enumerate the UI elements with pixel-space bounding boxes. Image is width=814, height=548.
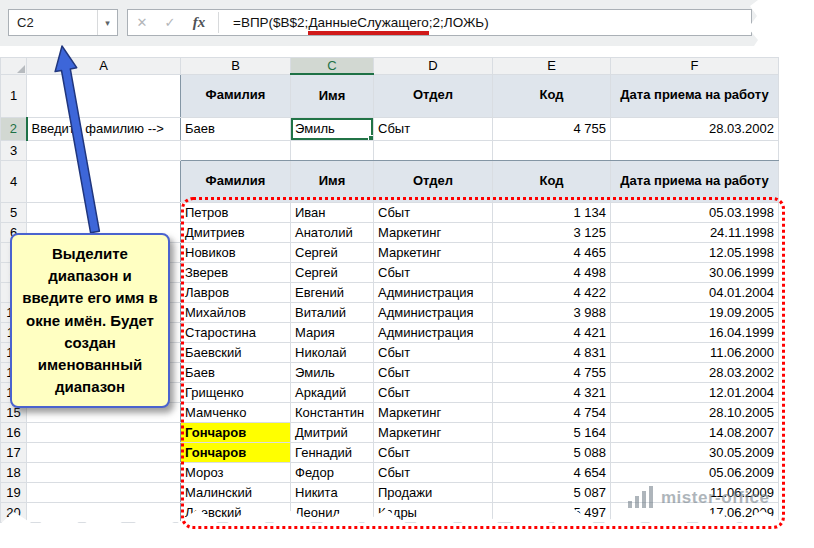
column-header-C[interactable]: C <box>291 58 374 75</box>
cell-E5[interactable]: 1 134 <box>493 202 611 222</box>
cell-E17[interactable]: 5 088 <box>493 442 611 462</box>
cell-A18[interactable] <box>27 462 181 482</box>
cell-C8[interactable]: Сергей <box>291 262 374 282</box>
cell-F13[interactable]: 28.03.2002 <box>611 362 779 382</box>
cell-F15[interactable]: 28.10.2005 <box>611 402 779 422</box>
cell-E18[interactable]: 4 654 <box>493 462 611 482</box>
cell-D14[interactable]: Сбыт <box>374 382 493 402</box>
cell-C1[interactable]: Имя <box>291 74 374 117</box>
cell-E14[interactable]: 4 321 <box>493 382 611 402</box>
cell-C20[interactable]: Леонид <box>291 502 374 522</box>
cell-B2[interactable]: Баев <box>181 117 291 140</box>
cell-D10[interactable]: Администрация <box>374 302 493 322</box>
cell-D9[interactable]: Администрация <box>374 282 493 302</box>
cell-E8[interactable]: 4 498 <box>493 262 611 282</box>
cell-A17[interactable] <box>27 442 181 462</box>
cell-E13[interactable]: 4 755 <box>493 362 611 382</box>
cell-B3[interactable] <box>181 140 291 160</box>
cell-C3[interactable] <box>291 140 374 160</box>
cell-F8[interactable]: 30.06.1999 <box>611 262 779 282</box>
cancel-icon[interactable]: ✕ <box>128 15 156 30</box>
cell-B13[interactable]: Баев <box>181 362 291 382</box>
row-header-4[interactable]: 4 <box>1 160 27 202</box>
cell-F7[interactable]: 12.05.1998 <box>611 242 779 262</box>
column-header-F[interactable]: F <box>611 58 779 75</box>
cell-D11[interactable]: Администрация <box>374 322 493 342</box>
cell-E3[interactable] <box>493 140 611 160</box>
cell-D6[interactable]: Маркетинг <box>374 222 493 242</box>
cell-F9[interactable]: 04.01.2004 <box>611 282 779 302</box>
cell-B18[interactable]: Мороз <box>181 462 291 482</box>
cell-D17[interactable]: Сбыт <box>374 442 493 462</box>
cell-C12[interactable]: Николай <box>291 342 374 362</box>
cell-D5[interactable]: Сбыт <box>374 202 493 222</box>
cell-A19[interactable] <box>27 482 181 502</box>
cell-D12[interactable]: Сбыт <box>374 342 493 362</box>
cell-E16[interactable]: 5 164 <box>493 422 611 442</box>
cell-D4[interactable]: Отдел <box>374 160 493 202</box>
cell-B1[interactable]: Фамилия <box>181 74 291 117</box>
cell-F6[interactable]: 24.11.1998 <box>611 222 779 242</box>
cell-E6[interactable]: 3 125 <box>493 222 611 242</box>
cell-C7[interactable]: Сергей <box>291 242 374 262</box>
cell-E4[interactable]: Код <box>493 160 611 202</box>
cell-C6[interactable]: Анатолий <box>291 222 374 242</box>
row-header-1[interactable]: 1 <box>1 74 27 117</box>
cell-C4[interactable]: Имя <box>291 160 374 202</box>
cell-E10[interactable]: 3 988 <box>493 302 611 322</box>
column-header-A[interactable]: A <box>27 58 181 75</box>
cell-D18[interactable]: Сбыт <box>374 462 493 482</box>
cell-E20[interactable]: 5 497 <box>493 502 611 522</box>
cell-B9[interactable]: Лавров <box>181 282 291 302</box>
column-header-E[interactable]: E <box>493 58 611 75</box>
cell-F14[interactable]: 12.01.2004 <box>611 382 779 402</box>
cell-F10[interactable]: 19.09.2005 <box>611 302 779 322</box>
cell-D19[interactable]: Продажи <box>374 482 493 502</box>
cell-E2[interactable]: 4 755 <box>493 117 611 140</box>
cell-C17[interactable]: Геннадий <box>291 442 374 462</box>
cell-D13[interactable]: Сбыт <box>374 362 493 382</box>
cell-D7[interactable]: Маркетинг <box>374 242 493 262</box>
row-header-5[interactable]: 5 <box>1 202 27 222</box>
cell-A16[interactable] <box>27 422 181 442</box>
cell-D16[interactable]: Маркетинг <box>374 422 493 442</box>
cell-F5[interactable]: 05.03.1998 <box>611 202 779 222</box>
cell-D20[interactable]: Кадры <box>374 502 493 522</box>
cell-A4[interactable] <box>27 160 181 202</box>
row-header-16[interactable]: 16 <box>1 422 27 442</box>
cell-E12[interactable]: 4 831 <box>493 342 611 362</box>
cell-F18[interactable]: 05.06.2009 <box>611 462 779 482</box>
enter-icon[interactable]: ✓ <box>156 15 184 30</box>
cell-B14[interactable]: Грищенко <box>181 382 291 402</box>
cell-B11[interactable]: Старостина <box>181 322 291 342</box>
cell-C14[interactable]: Аркадий <box>291 382 374 402</box>
cell-B15[interactable]: Мамченко <box>181 402 291 422</box>
cell-B10[interactable]: Михайлов <box>181 302 291 322</box>
column-header-B[interactable]: B <box>181 58 291 75</box>
cell-F2[interactable]: 28.03.2002 <box>611 117 779 140</box>
name-box-value[interactable]: C2 <box>9 10 97 35</box>
cell-B8[interactable]: Зверев <box>181 262 291 282</box>
cell-D15[interactable]: Маркетинг <box>374 402 493 422</box>
cell-F16[interactable]: 14.08.2007 <box>611 422 779 442</box>
cell-B6[interactable]: Дмитриев <box>181 222 291 242</box>
row-header-2[interactable]: 2 <box>1 117 27 140</box>
cell-A1[interactable] <box>27 74 181 117</box>
cell-B19[interactable]: Малинский <box>181 482 291 502</box>
cell-C11[interactable]: Мария <box>291 322 374 342</box>
cell-C2[interactable]: Эмиль <box>291 117 374 140</box>
cell-B20[interactable]: Лоевский <box>181 502 291 522</box>
cell-C5[interactable]: Иван <box>291 202 374 222</box>
name-box[interactable]: C2 ▾ <box>8 9 118 36</box>
insert-function-icon[interactable]: fx <box>184 14 214 31</box>
row-header-17[interactable]: 17 <box>1 442 27 462</box>
cell-D8[interactable]: Сбыт <box>374 262 493 282</box>
cell-D3[interactable] <box>374 140 493 160</box>
cell-A5[interactable] <box>27 202 181 222</box>
cell-D1[interactable]: Отдел <box>374 74 493 117</box>
cell-E19[interactable]: 5 087 <box>493 482 611 502</box>
row-header-20[interactable]: 20 <box>1 502 27 522</box>
cell-E11[interactable]: 4 421 <box>493 322 611 342</box>
cell-E7[interactable]: 4 465 <box>493 242 611 262</box>
cell-B5[interactable]: Петров <box>181 202 291 222</box>
